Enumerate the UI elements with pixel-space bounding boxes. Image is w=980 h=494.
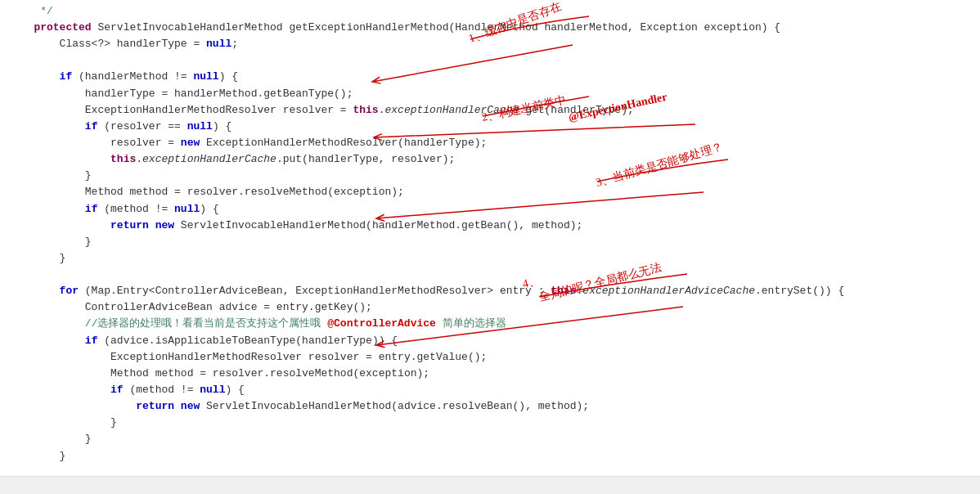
code-line: if (resolver == null) { [0, 119, 980, 135]
code-line: if (handlerMethod != null) { [0, 69, 980, 85]
bottom-bar [0, 476, 980, 494]
code-line: */ [0, 3, 980, 20]
code-line: } [0, 448, 980, 465]
code-line: } [0, 250, 980, 267]
code-line [0, 52, 980, 69]
code-container: */ protected ServletInvocableHandlerMeth… [0, 3, 980, 494]
code-line: } [0, 234, 980, 250]
code-editor: */ protected ServletInvocableHandlerMeth… [0, 0, 980, 494]
code-line: //选择器的处理哦！看看当前是否支持这个属性哦 @ControllerAdvic… [0, 316, 980, 332]
code-line: ControllerAdviceBean advice = entry.getK… [0, 299, 980, 316]
code-line: return new ServletInvocableHandlerMethod… [0, 398, 980, 415]
code-line: ExceptionHandlerMethodResolver resolver … [0, 102, 980, 119]
code-line: if (method != null) { [0, 201, 980, 218]
code-line: } [0, 431, 980, 447]
code-line [0, 267, 980, 283]
code-line: Method method = resolver.resolveMethod(e… [0, 184, 980, 200]
code-line: ExceptionHandlerMethodResolver resolver … [0, 349, 980, 366]
code-line: resolver = new ExceptionHandlerMethodRes… [0, 135, 980, 151]
code-line: return new ServletInvocableHandlerMethod… [0, 218, 980, 234]
code-line: this.exceptionHandlerCache.put(handlerTy… [0, 151, 980, 168]
code-line: if (advice.isApplicableToBeanType(handle… [0, 333, 980, 349]
code-line: } [0, 168, 980, 184]
code-line: protected ServletInvocableHandlerMethod … [0, 20, 980, 36]
code-line: Class<?> handlerType = null; [0, 36, 980, 52]
code-line: Method method = resolver.resolveMethod(e… [0, 366, 980, 382]
code-line: for (Map.Entry<ControllerAdviceBean, Exc… [0, 283, 980, 299]
code-line: handlerType = handlerMethod.getBeanType(… [0, 86, 980, 102]
code-line: if (method != null) { [0, 382, 980, 398]
code-line: } [0, 415, 980, 431]
